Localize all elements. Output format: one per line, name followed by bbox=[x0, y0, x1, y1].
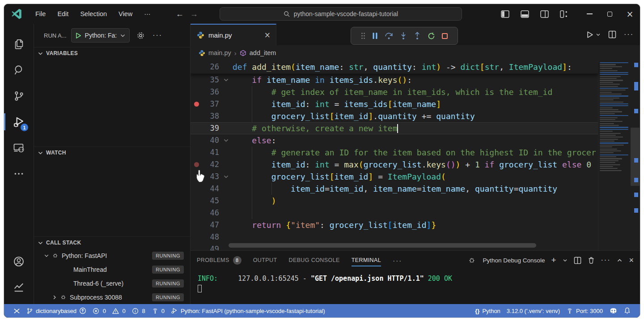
step-out-icon[interactable] bbox=[414, 32, 421, 40]
terminal-output[interactable]: INFO: 127.0.0.1:65245 - "GET /openapi.js… bbox=[191, 270, 640, 304]
code-line-37[interactable]: 37 item_id: int = items_ids[item_name] bbox=[191, 98, 598, 110]
gear-icon[interactable] bbox=[136, 31, 145, 40]
problems-indicator[interactable]: 0 0 8 bbox=[89, 304, 148, 317]
remote-indicator[interactable] bbox=[10, 304, 23, 317]
sidebar-more-icon[interactable]: ··· bbox=[153, 31, 162, 39]
tab-main-py[interactable]: main.py × bbox=[191, 24, 276, 45]
call-stack-section-header[interactable]: CALL STACK bbox=[34, 237, 190, 249]
call-stack-row[interactable]: Thread-6 (_serve)RUNNING bbox=[34, 276, 190, 290]
code-line-40[interactable]: 40 else: bbox=[191, 134, 598, 146]
activity-graph-icon[interactable] bbox=[4, 275, 34, 300]
breakpoint-gutter[interactable] bbox=[191, 207, 202, 219]
split-terminal-icon[interactable] bbox=[574, 257, 581, 264]
menu-more[interactable]: ··· bbox=[140, 9, 155, 19]
run-and-debug-icon[interactable]: 1 bbox=[4, 109, 34, 135]
watch-section-header[interactable]: WATCH bbox=[34, 147, 190, 159]
branch-indicator[interactable]: dictionarybased bbox=[23, 304, 89, 317]
breakpoint-gutter[interactable] bbox=[191, 195, 202, 207]
breakpoint-gutter[interactable] bbox=[191, 60, 202, 73]
code-line-35[interactable]: 35 if item_name in items_ids.keys(): bbox=[191, 74, 598, 86]
step-into-icon[interactable] bbox=[400, 32, 407, 40]
run-file-icon[interactable] bbox=[586, 31, 601, 39]
terminal-dropdown-icon[interactable] bbox=[563, 258, 568, 263]
variables-section-header[interactable]: VARIABLES bbox=[34, 47, 190, 59]
close-window-button[interactable]: × bbox=[620, 4, 640, 24]
editor-scrollbar[interactable] bbox=[630, 60, 640, 250]
new-terminal-icon[interactable]: + bbox=[551, 255, 556, 265]
active-terminal-label[interactable]: Python Debug Console bbox=[483, 257, 545, 264]
close-panel-icon[interactable]: × bbox=[629, 256, 634, 265]
toggle-sidebar-icon[interactable] bbox=[497, 7, 513, 21]
panel-more-icon[interactable]: ··· bbox=[601, 256, 611, 264]
panel-tab-terminal[interactable]: TERMINAL bbox=[352, 251, 381, 270]
split-editor-icon[interactable] bbox=[608, 30, 616, 39]
breakpoint-gutter[interactable] bbox=[191, 74, 202, 86]
breadcrumb-file[interactable]: main.py bbox=[208, 49, 231, 56]
maximize-button[interactable] bbox=[600, 4, 620, 24]
language-mode[interactable]: {} Python bbox=[472, 308, 504, 314]
code-line-39[interactable]: 39 # otherwise, create a new item bbox=[191, 122, 598, 134]
code-editor[interactable]: 35 if item_name in items_ids.keys():36 #… bbox=[191, 60, 640, 250]
code-line-26[interactable]: 26def add_item(item_name: str, quantity:… bbox=[191, 60, 598, 73]
call-stack-row[interactable]: Subprocess 30088RUNNING bbox=[34, 290, 190, 304]
menu-file[interactable]: File bbox=[31, 9, 50, 19]
code-line-48[interactable]: 48 bbox=[191, 231, 598, 243]
tab-close-icon[interactable]: × bbox=[264, 30, 271, 39]
step-over-icon[interactable] bbox=[385, 32, 393, 40]
breakpoint-gutter[interactable] bbox=[191, 110, 202, 122]
breakpoint-gutter[interactable] bbox=[191, 219, 202, 231]
breakpoint-gutter[interactable] bbox=[191, 183, 202, 195]
breakpoint-gutter[interactable] bbox=[191, 231, 202, 243]
breadcrumb-symbol[interactable]: add_item bbox=[250, 49, 276, 56]
minimize-button[interactable] bbox=[580, 4, 600, 24]
panel-tab-debug-console[interactable]: DEBUG CONSOLE bbox=[288, 251, 339, 270]
fold-chevron-icon[interactable] bbox=[219, 171, 233, 183]
editor-more-icon[interactable]: ··· bbox=[624, 30, 634, 39]
fold-chevron-icon[interactable] bbox=[219, 134, 233, 146]
forward-arrow[interactable]: → bbox=[190, 9, 198, 19]
maximize-panel-icon[interactable] bbox=[617, 257, 623, 263]
debug-session-indicator[interactable]: Python: FastAPI (python-sample-vscode-fa… bbox=[168, 304, 328, 317]
menu-edit[interactable]: Edit bbox=[53, 9, 73, 19]
code-line-45[interactable]: 45 ) bbox=[191, 195, 598, 207]
breakpoint-gutter[interactable] bbox=[191, 86, 202, 98]
minimap[interactable] bbox=[598, 60, 630, 250]
additional-views-icon[interactable] bbox=[4, 161, 34, 187]
python-interpreter[interactable]: 3.12.0 ('.venv': venv) bbox=[504, 308, 563, 314]
code-line-41[interactable]: 41 # generate an ID for the item based o… bbox=[191, 146, 598, 159]
code-line-43[interactable]: 43 grocery_list[item_id] = ItemPayload( bbox=[191, 171, 598, 183]
horizontal-scrollbar[interactable] bbox=[229, 243, 536, 248]
toolbar-grip-icon[interactable] bbox=[361, 32, 365, 39]
panel-tab-problems[interactable]: PROBLEMS8 bbox=[197, 251, 242, 270]
copilot-icon[interactable] bbox=[606, 307, 621, 314]
kill-terminal-icon[interactable] bbox=[588, 257, 595, 264]
code-line-46[interactable]: 46 bbox=[191, 207, 598, 219]
account-icon[interactable] bbox=[4, 249, 34, 275]
back-arrow[interactable]: ← bbox=[176, 9, 184, 19]
notifications-bell-icon[interactable] bbox=[621, 307, 634, 314]
ports-indicator[interactable]: 0 bbox=[148, 304, 168, 317]
command-center-search[interactable]: python-sample-vscode-fastapi-tutorial bbox=[220, 7, 462, 21]
stop-icon[interactable] bbox=[442, 33, 448, 39]
start-debug-icon[interactable] bbox=[75, 32, 82, 39]
breakpoint-gutter[interactable] bbox=[191, 146, 202, 159]
call-stack-row[interactable]: MainThreadRUNNING bbox=[34, 262, 190, 276]
code-line-38[interactable]: 38 grocery_list[item_id].quantity += qua… bbox=[191, 110, 598, 122]
toggle-panel-icon[interactable] bbox=[517, 7, 532, 21]
code-line-44[interactable]: 44 item_id=item_id, item_name=item_name,… bbox=[191, 183, 598, 195]
port-indicator[interactable]: Port: 3000 bbox=[563, 308, 606, 314]
fold-chevron-icon[interactable] bbox=[219, 74, 233, 86]
panel-tabs-more-icon[interactable]: ··· bbox=[393, 257, 402, 264]
explorer-icon[interactable] bbox=[4, 31, 34, 57]
code-line-47[interactable]: 47 return {"item": grocery_list[item_id]… bbox=[191, 219, 598, 231]
customize-layout-icon[interactable] bbox=[556, 7, 572, 21]
breakpoint-dot[interactable] bbox=[191, 98, 202, 110]
remote-explorer-icon[interactable] bbox=[4, 135, 34, 161]
menu-view[interactable]: View bbox=[114, 9, 137, 19]
call-stack-row[interactable]: Python: FastAPIRUNNING bbox=[34, 249, 190, 262]
code-line-36[interactable]: 36 # get index of item_name in item_ids,… bbox=[191, 86, 598, 98]
code-line-42[interactable]: 42 item_id: int = max(grocery_list.keys(… bbox=[191, 159, 598, 171]
menu-selection[interactable]: Selection bbox=[76, 9, 111, 19]
source-control-icon[interactable] bbox=[4, 83, 34, 109]
toggle-secondary-sidebar-icon[interactable] bbox=[537, 7, 552, 21]
